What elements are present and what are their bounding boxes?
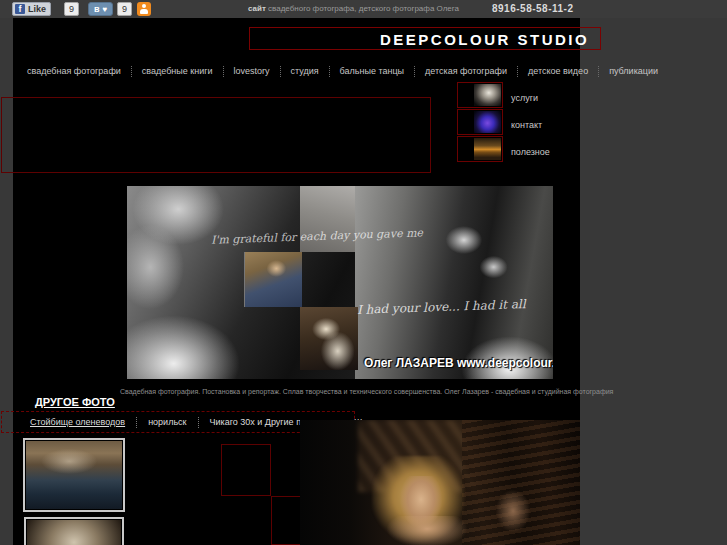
sidebar-item-contact[interactable]: контакт	[511, 120, 542, 130]
facebook-like-label: Like	[28, 4, 46, 14]
photo-woman-hand	[496, 490, 530, 532]
sidebar-thumb-useful[interactable]	[457, 136, 503, 162]
other-photo-heading[interactable]: ДРУГОЕ ФОТО	[35, 396, 115, 408]
page-title: DEEPCOLOUR STUDIO	[380, 31, 589, 48]
vk-share-button[interactable]: в ♥	[88, 2, 113, 16]
gallery-thumb-1-image	[26, 441, 122, 509]
main-nav: свадебная фотографи свадебные книги love…	[27, 63, 668, 79]
wedding-collage[interactable]: I'm grateful for each day you gave me I …	[127, 186, 553, 379]
gallery-thumb-2-image	[27, 520, 121, 545]
facebook-like-count: 9	[64, 2, 79, 16]
collage-inset-groom-color[interactable]	[244, 252, 302, 307]
sidebar-thumb-contact[interactable]	[457, 109, 503, 135]
vk-icon: в	[94, 4, 100, 14]
vk-share-count: 9	[117, 2, 132, 16]
collage-photo-bride-groom-brick	[355, 186, 553, 379]
empty-photo-frame-a	[221, 444, 271, 496]
facebook-icon: f	[15, 4, 25, 14]
sidebar-item-services[interactable]: услуги	[511, 93, 538, 103]
gallery-thumb-couple-closeup[interactable]	[24, 517, 124, 545]
nav-item-wedding-books[interactable]: свадебные книги	[131, 66, 223, 77]
heart-icon: ♥	[103, 5, 108, 14]
empty-banner-frame	[1, 97, 431, 173]
link-reindeer-camp[interactable]: Стойбище оленеводов	[30, 417, 136, 428]
photographer-credit: Олег ЛАЗАРЕВ www.deepcolour.ru	[364, 356, 553, 370]
site-description-rest: свадебного фотографа, детского фотографа…	[266, 4, 459, 13]
site-description-lead: сайт	[248, 4, 266, 13]
photo-woman-shoulders	[386, 516, 468, 545]
nav-item-publications[interactable]: публикации	[598, 66, 668, 77]
services-thumbnail-image	[474, 84, 501, 106]
nav-item-lovestory[interactable]: lovestory	[223, 66, 280, 77]
nav-item-child-video[interactable]: детское видео	[517, 66, 598, 77]
odnoklassniki-button[interactable]	[137, 2, 151, 16]
collage-inset-couple-kiss[interactable]	[300, 307, 358, 370]
site-description: сайт свадебного фотографа, детского фото…	[248, 4, 459, 13]
link-norilsk[interactable]: норильск	[136, 417, 197, 428]
photo-blonde-woman-tree[interactable]	[300, 420, 580, 545]
header-box: DEEPCOLOUR STUDIO	[249, 27, 601, 50]
sidebar-thumb-services[interactable]	[457, 82, 503, 108]
phone-number: 8916-58-58-11-2	[492, 3, 573, 14]
page: f Like 9 в ♥ 9 сайт свадебного фотографа…	[0, 0, 727, 545]
sidebar-item-useful[interactable]: полезное	[511, 147, 550, 157]
top-bar: f Like 9 в ♥ 9 сайт свадебного фотографа…	[0, 0, 727, 18]
nav-item-studio[interactable]: студия	[280, 66, 329, 77]
nav-item-child-photo[interactable]: детская фотографи	[414, 66, 517, 77]
nav-item-ballroom-dance[interactable]: бальные танцы	[329, 66, 414, 77]
odnoklassniki-icon	[142, 4, 146, 8]
facebook-like-button[interactable]: f Like	[12, 2, 51, 16]
gallery-thumb-piano-reflection[interactable]	[23, 438, 125, 512]
useful-thumbnail-image	[474, 138, 501, 160]
collage-caption: Свадебная фотография. Постановка и репор…	[120, 388, 570, 395]
nav-item-wedding-photo[interactable]: свадебная фотографи	[27, 66, 131, 77]
contact-thumbnail-image	[474, 111, 501, 133]
